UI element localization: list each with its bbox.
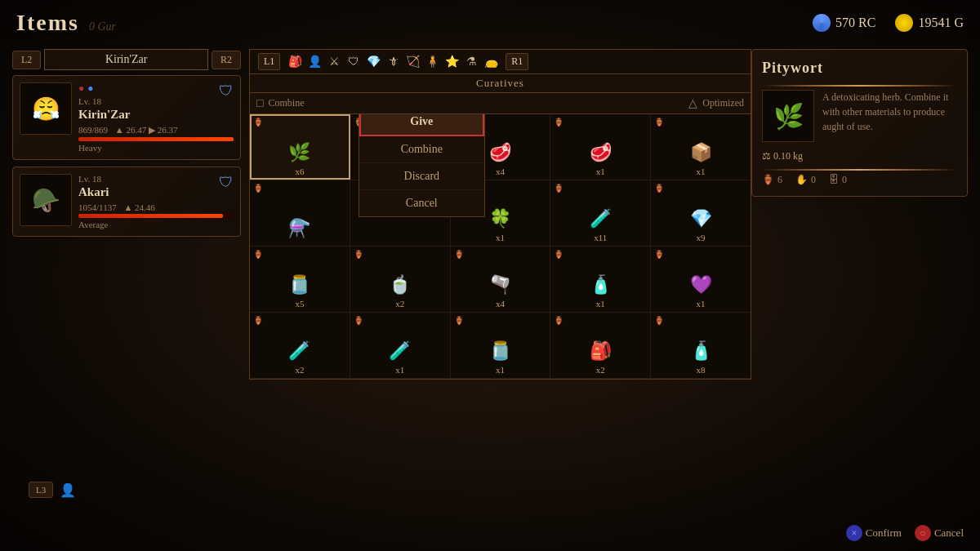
item-icon-3-0: 🧪 (288, 340, 310, 362)
context-menu-discard[interactable]: Discard (359, 163, 484, 190)
grid-cell-1-1[interactable]: Use Give Combine Discard Cancel (350, 180, 451, 246)
item-icon-3-2: 🫙 (489, 340, 511, 362)
tab-l2[interactable]: L2 (12, 51, 41, 69)
item-detail-description: A detoxicating herb. Combine it with oth… (822, 90, 957, 142)
grid-cell-2-3[interactable]: 🏺 🧴 x1 (550, 247, 651, 312)
grid-cell-2-4[interactable]: 🏺 💜 x1 (651, 247, 751, 312)
hp-bar-2 (78, 214, 234, 218)
header-optimized: △ Optimized (688, 96, 744, 110)
char-name-2: Akari (78, 185, 234, 199)
grid-cell-2-0[interactable]: 🏺 🫙 x5 (250, 247, 350, 312)
tab-l1[interactable]: L1 (258, 53, 280, 70)
cat-icon-sword[interactable]: ⚔ (326, 54, 342, 70)
confirm-hint: × Confirm (846, 525, 902, 541)
qty-2-0: x5 (295, 299, 304, 309)
x-button-icon: × (846, 525, 862, 541)
item-icon-0-3: 🥩 (590, 142, 612, 163)
cat-icon-bag[interactable]: 🎒 (287, 54, 303, 70)
item-detail-image: 🌿 (762, 90, 814, 142)
subcategory-bar: Curatives (249, 73, 751, 92)
grid-cell-2-1[interactable]: 🏺 🍵 x2 (350, 247, 451, 312)
context-menu-cancel[interactable]: Cancel (359, 190, 484, 216)
grid-cell-2-2[interactable]: 🏺 🫗 x4 (451, 247, 551, 312)
grid-cell-3-4[interactable]: 🏺 🧴 x8 (651, 313, 751, 378)
grid-row-4: 🏺 🧪 x2 🏺 🧪 x1 🏺 🫙 x1 (250, 313, 751, 379)
qty-indicator-3-2: 🏺 (454, 316, 464, 325)
item-icon-0-4: 📦 (690, 142, 712, 163)
qty-indicator-1-0: 🏺 (253, 184, 263, 193)
stat-storage: 🗄 0 (829, 174, 847, 186)
gold-currency: 19541 G (895, 14, 964, 32)
grid-cell-0-3[interactable]: 🏺 🥩 x1 (550, 114, 651, 180)
grid-cell-1-0[interactable]: 🏺 ⚗️ (250, 180, 350, 246)
qty-indicator-2-4: 🏺 (654, 250, 664, 259)
grid-cell-3-3[interactable]: 🏺 🎒 x2 (550, 313, 651, 378)
gold-amount: 19541 G (918, 16, 964, 30)
grid-cell-3-1[interactable]: 🏺 🧪 x1 (350, 313, 451, 378)
hp-bar-1 (78, 137, 234, 141)
rc-icon (813, 14, 831, 32)
char-card-akari: 🪖 Lv. 18 Akari 1054/1137 ▲ 24.46 Average… (12, 167, 241, 237)
qty-1-4: x9 (697, 233, 706, 242)
storage-icon: 🗄 (829, 174, 839, 186)
context-menu-combine[interactable]: Combine (359, 136, 484, 163)
qty-indicator-3-1: 🏺 (354, 316, 363, 325)
items-header: □ Combine △ Optimized (249, 92, 751, 113)
hand-icon: ✋ (795, 174, 808, 186)
cat-icon-person[interactable]: 👤 (306, 54, 323, 70)
qty-2-2: x4 (496, 299, 505, 309)
rc-currency: 570 RC (813, 14, 875, 32)
stat-quantity: 🏺 6 (762, 174, 782, 186)
cat-icon-staff[interactable]: 🏹 (404, 54, 421, 70)
item-icon-0-0: 🌿 (288, 142, 310, 163)
l3-button[interactable]: L3 (29, 482, 53, 498)
qty-indicator-0-3: 🏺 (554, 118, 564, 127)
char-tabs: L2 Kirin'Zar R2 (12, 49, 241, 70)
qty-indicator-3-0: 🏺 (253, 316, 263, 325)
grid-cell-1-4[interactable]: 🏺 💎 x9 (651, 180, 751, 246)
char-name-tab: Kirin'Zar (44, 49, 208, 70)
stat-hand: ✋ 0 (795, 174, 816, 186)
weight-icon: ⚖ (762, 150, 771, 162)
qty-1-3: x11 (594, 233, 607, 242)
char-weight-label-2: Average (78, 220, 234, 229)
char-info-akari: Lv. 18 Akari 1054/1137 ▲ 24.46 Average (78, 174, 234, 229)
cat-icon-flask[interactable]: ⚗ (463, 54, 479, 70)
tab-r1[interactable]: R1 (506, 53, 528, 70)
qty-0-0: x6 (295, 167, 304, 176)
middle-panel: L1 🎒 👤 ⚔ 🛡 💎 🗡 🏹 🧍 ⭐ ⚗ 👝 R1 Curatives □ … (249, 49, 751, 510)
page-title: Items 0 Gur (16, 10, 116, 36)
cat-icon-pouch[interactable]: 👝 (483, 54, 499, 70)
context-menu-give[interactable]: Give (359, 113, 484, 136)
tab-r2[interactable]: R2 (212, 51, 241, 69)
grid-cell-1-3[interactable]: 🏺 🧪 x11 (550, 180, 651, 246)
avatar-akari: 🪖 (20, 174, 72, 226)
grid-cell-3-2[interactable]: 🏺 🫙 x1 (451, 313, 551, 378)
item-icon-1-2: 🍀 (489, 208, 511, 229)
avatar-kirin-zar: 😤 (20, 82, 72, 135)
grid-cell-0-4[interactable]: 🏺 📦 x1 (651, 114, 751, 180)
cat-icon-gem[interactable]: 💎 (365, 54, 381, 70)
character-icon: 👤 (60, 482, 76, 498)
char-level-1: Lv. 18 (78, 96, 234, 106)
detail-divider (762, 85, 957, 87)
item-icon-2-3: 🧴 (590, 274, 612, 295)
qty-indicator-2-3: 🏺 (554, 250, 564, 259)
cat-icon-figure[interactable]: 🧍 (424, 54, 440, 70)
grid-row-1: 🏺 🌿 x6 🏺 🍃 x1 🏺 🥩 x4 (250, 114, 751, 180)
qty-2-4: x1 (697, 299, 706, 309)
gold-icon (895, 14, 913, 32)
context-menu: Use Give Combine Discard Cancel (359, 113, 485, 217)
screen-container: Items 0 Gur 570 RC 19541 G L2 Kirin'Zar … (0, 0, 980, 551)
cat-icon-shield[interactable]: 🛡 (345, 54, 362, 70)
grid-cell-3-0[interactable]: 🏺 🧪 x2 (250, 313, 350, 378)
items-grid-container: 🏺 🌿 x6 🏺 🍃 x1 🏺 🥩 x4 (249, 113, 751, 380)
item-icon-large: 🌿 (773, 102, 804, 131)
cat-icon-star[interactable]: ⭐ (443, 54, 460, 70)
cat-icon-blade[interactable]: 🗡 (385, 54, 401, 70)
qty-indicator-2-1: 🏺 (354, 250, 363, 259)
qty-2-3: x1 (596, 299, 605, 309)
storage-count-value: 0 (842, 174, 847, 186)
items-grid: 🏺 🌿 x6 🏺 🍃 x1 🏺 🥩 x4 (250, 114, 751, 379)
grid-cell-0-0[interactable]: 🏺 🌿 x6 (250, 114, 350, 180)
